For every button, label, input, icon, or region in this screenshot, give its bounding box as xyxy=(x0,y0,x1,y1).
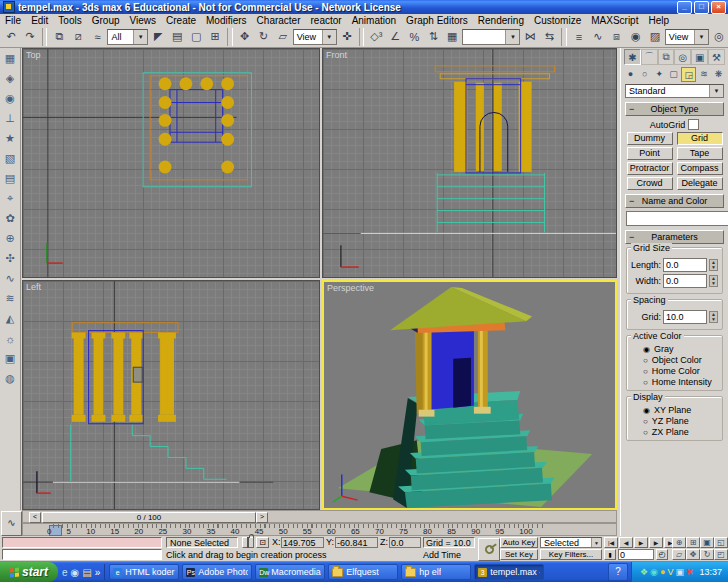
radio-home-intensity[interactable]: Home Intensity xyxy=(643,377,720,387)
pan-icon[interactable]: ✥ xyxy=(686,549,700,560)
width-field[interactable] xyxy=(663,274,707,288)
create-animation-icon[interactable]: ☼ xyxy=(2,330,19,347)
start-button[interactable]: start xyxy=(0,562,58,582)
selection-filter-dropdown[interactable]: All ▼ xyxy=(107,29,148,45)
menu-edit[interactable]: Edit xyxy=(26,15,53,26)
property-editor-icon[interactable]: ◍ xyxy=(2,370,19,387)
add-time-tag[interactable]: Add Time Tag xyxy=(423,550,475,561)
curve-editor-icon[interactable]: ∿ xyxy=(589,28,607,46)
motor-tool-icon[interactable]: ✣ xyxy=(2,250,19,267)
quick-launch-outlook-icon[interactable]: ◉ xyxy=(71,567,80,578)
preview-animation-icon[interactable]: ◭ xyxy=(2,310,19,327)
window-crossing-icon[interactable]: ⊞ xyxy=(206,28,224,46)
render-scene-icon[interactable]: ▨ xyxy=(646,28,664,46)
menu-graph-editors[interactable]: Graph Editors xyxy=(401,15,473,26)
key-mode-toggle[interactable]: ▮ xyxy=(604,549,616,560)
tab-modify[interactable]: ⌒ xyxy=(641,49,658,65)
delegate-button[interactable]: Delegate xyxy=(677,177,723,190)
point-button[interactable]: Point xyxy=(627,147,673,160)
crowd-button[interactable]: Crowd xyxy=(627,177,673,190)
water-tool-icon[interactable]: ≋ xyxy=(2,290,19,307)
rope-collection-icon[interactable]: ⊥ xyxy=(2,110,19,127)
close-button[interactable]: × xyxy=(711,1,726,14)
select-by-name-icon[interactable]: ▤ xyxy=(168,28,186,46)
menu-animation[interactable]: Animation xyxy=(347,15,401,26)
key-filters-button[interactable]: Key Filters... xyxy=(540,549,602,560)
tray-icon-2[interactable]: ◉ xyxy=(650,562,658,582)
width-spinner[interactable]: ▲▼ xyxy=(709,275,718,287)
tab-create[interactable]: ✱ xyxy=(624,49,641,65)
length-spinner[interactable]: ▲▼ xyxy=(709,259,718,271)
tray-icon-1[interactable]: ❖ xyxy=(640,562,648,582)
spring-tool-icon[interactable]: ▤ xyxy=(2,170,19,187)
select-and-link-icon[interactable]: ⧉ xyxy=(50,28,68,46)
grid-spacing-spinner[interactable]: ▲▼ xyxy=(709,311,718,323)
grid-button[interactable]: Grid xyxy=(677,132,723,145)
play-button[interactable]: ▶ xyxy=(634,537,648,548)
zoom-icon[interactable]: ⊕ xyxy=(672,537,686,548)
taskbar-task-elfquest[interactable]: Elfquest xyxy=(328,564,398,580)
angle-snap-icon[interactable]: ∠ xyxy=(386,28,404,46)
menu-group[interactable]: Group xyxy=(87,15,125,26)
quick-launch-overflow-icon[interactable]: » xyxy=(95,567,101,578)
viewport-left[interactable]: Left xyxy=(22,280,320,510)
previous-frame-button[interactable]: ◀ xyxy=(619,537,633,548)
name-color-rollout[interactable]: Name and Color xyxy=(625,194,724,208)
menu-create[interactable]: Create xyxy=(161,15,201,26)
align-icon[interactable]: ⇆ xyxy=(540,28,558,46)
menu-modifiers[interactable]: Modifiers xyxy=(201,15,252,26)
menu-reactor[interactable]: reactor xyxy=(306,15,347,26)
menu-help[interactable]: Help xyxy=(643,15,674,26)
select-object-icon[interactable]: ◤ xyxy=(149,28,167,46)
selection-lock-button[interactable] xyxy=(242,537,254,548)
object-type-rollout[interactable]: Object Type xyxy=(625,102,724,116)
radio-yz-plane[interactable]: YZ Plane xyxy=(643,416,720,426)
current-frame-field[interactable] xyxy=(618,549,654,560)
mirror-icon[interactable]: ⋈ xyxy=(521,28,539,46)
select-and-rotate-icon[interactable]: ↻ xyxy=(255,28,273,46)
tape-button[interactable]: Tape xyxy=(677,147,723,160)
helper-category-dropdown[interactable]: Standard ▼ xyxy=(625,84,724,98)
schematic-view-icon[interactable]: ⧈ xyxy=(608,28,626,46)
object-name-field[interactable] xyxy=(626,211,728,226)
named-selection-sets-dropdown[interactable]: ▼ xyxy=(462,29,520,45)
viewport-top[interactable]: Top xyxy=(22,48,320,278)
set-key-button[interactable]: Set Key xyxy=(500,549,538,560)
absolute-offset-toggle[interactable]: ⊡ xyxy=(256,537,269,548)
named-selection-sets-icon[interactable]: ▦ xyxy=(443,28,461,46)
compass-button[interactable]: Compass xyxy=(677,162,723,175)
category-geometry-icon[interactable]: ● xyxy=(624,67,637,80)
radio-object-color[interactable]: Object Color xyxy=(643,355,720,365)
rectangular-selection-region-icon[interactable]: ▢ xyxy=(187,28,205,46)
key-filter-mode-dropdown[interactable]: Selected ▼ xyxy=(540,537,602,548)
time-slider-prev-button[interactable]: < xyxy=(29,512,41,523)
category-spacewarps-icon[interactable]: ≋ xyxy=(698,67,711,80)
parameters-rollout[interactable]: Parameters xyxy=(625,230,724,244)
minimize-button[interactable]: _ xyxy=(677,1,692,14)
menu-character[interactable]: Character xyxy=(252,15,306,26)
taskbar-task-adobe-photoshop-[interactable]: PsAdobe Photoshop... xyxy=(182,564,252,580)
x-coordinate-field[interactable] xyxy=(281,537,324,548)
category-cameras-icon[interactable]: ▢ xyxy=(667,67,680,80)
spinner-snap-icon[interactable]: ⇅ xyxy=(424,28,442,46)
listener-field[interactable] xyxy=(2,549,162,560)
rigid-body-collection-icon[interactable]: ▦ xyxy=(2,50,19,67)
open-mini-curve-editor-button[interactable]: ∿ xyxy=(1,511,22,536)
menu-tools[interactable]: Tools xyxy=(53,15,86,26)
taskbar-task-macromedia-drea-[interactable]: DwMacromedia Drea... xyxy=(255,564,325,580)
tray-icon-5[interactable]: ▣ xyxy=(675,562,684,582)
bind-to-space-warp-icon[interactable]: ≈ xyxy=(88,28,106,46)
cloth-collection-icon[interactable]: ◈ xyxy=(2,70,19,87)
go-to-start-button[interactable]: |◀ xyxy=(604,537,618,548)
z-coordinate-field[interactable] xyxy=(389,537,421,548)
time-slider-next-button[interactable]: > xyxy=(256,512,268,523)
tray-icon-6[interactable]: ✖ xyxy=(686,562,694,582)
select-and-move-icon[interactable]: ✥ xyxy=(236,28,254,46)
menu-maxscript[interactable]: MAXScript xyxy=(586,15,643,26)
category-lights-icon[interactable]: ✦ xyxy=(653,67,666,80)
deforming-mesh-icon[interactable]: ★ xyxy=(2,130,19,147)
macro-recorder-field[interactable] xyxy=(2,537,162,548)
fracture-tool-icon[interactable]: ⊕ xyxy=(2,230,19,247)
time-configuration-button[interactable]: ◴ xyxy=(656,549,668,560)
layer-manager-icon[interactable]: ≡ xyxy=(570,28,588,46)
